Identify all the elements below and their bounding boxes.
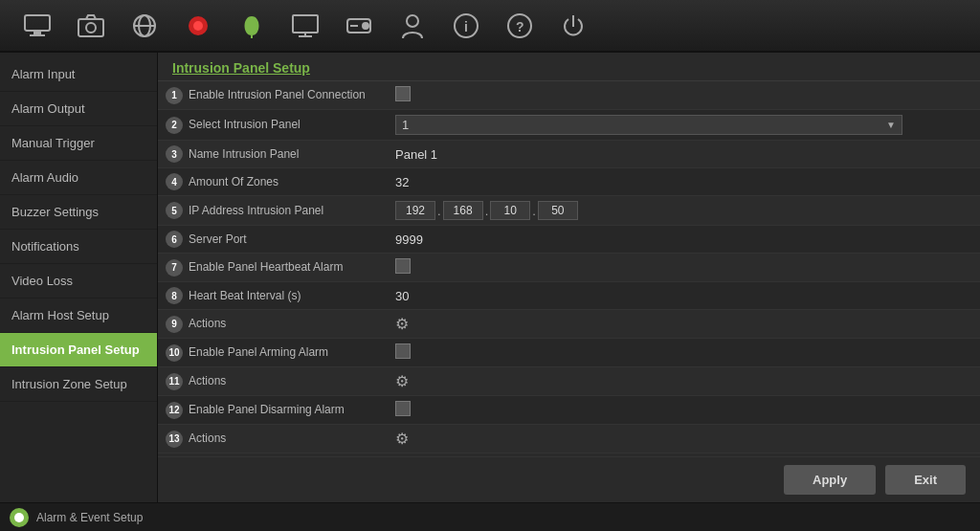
sidebar-item-alarm-input[interactable]: Alarm Input (0, 57, 157, 92)
sidebar-item-intrusion-panel-setup[interactable]: Intrusion Panel Setup (0, 333, 157, 367)
row-label: Enable Intrusion Panel Connection (189, 88, 366, 101)
row-number: 13 (166, 431, 183, 448)
text-value: 30 (395, 289, 409, 303)
record-icon[interactable] (180, 8, 216, 44)
gear-icon[interactable]: ⚙ (395, 431, 409, 447)
ip-separator: . (485, 204, 489, 218)
row-label: IP Address Intrusion Panel (189, 204, 323, 217)
svg-point-23 (14, 513, 24, 522)
svg-point-9 (193, 21, 203, 31)
row-number: 11 (166, 373, 183, 390)
camera-icon[interactable] (73, 8, 109, 44)
table-row: 5IP Address Intrusion Panel192 .168 .10 … (158, 196, 980, 226)
settings-table-wrapper: 1Enable Intrusion Panel Connection2Selec… (158, 81, 980, 456)
leaf-icon[interactable] (234, 8, 270, 44)
chevron-down-icon: ▼ (886, 120, 896, 130)
row-label: Actions (189, 317, 226, 330)
checkbox[interactable] (395, 86, 411, 101)
power-icon[interactable] (555, 8, 591, 44)
info-icon[interactable]: i (448, 8, 484, 44)
row-value (388, 339, 980, 367)
svg-point-15 (363, 23, 368, 29)
bottom-alarm-icon (10, 508, 29, 527)
gear-icon[interactable]: ⚙ (395, 373, 409, 389)
network-icon[interactable] (126, 8, 163, 44)
row-number: 10 (166, 344, 183, 362)
text-value: 9999 (395, 232, 423, 247)
svg-rect-2 (30, 34, 45, 36)
monitor-icon[interactable] (19, 8, 56, 44)
row-value: 192 .168 .10 .50 (388, 196, 980, 226)
ip-octet-2[interactable]: 168 (443, 201, 483, 220)
sidebar-item-alarm-output[interactable]: Alarm Output (0, 92, 157, 126)
checkbox[interactable] (395, 401, 411, 416)
sidebar-item-alarm-audio[interactable]: Alarm Audio (0, 161, 157, 195)
ip-separator: . (437, 204, 441, 218)
ip-octet-3[interactable]: 10 (490, 201, 530, 220)
row-label: Name Intrusion Panel (189, 147, 299, 161)
table-row: 12Enable Panel Disarming Alarm (158, 396, 980, 425)
row-value: 1▼ (388, 110, 980, 141)
ip-octet-1[interactable]: 192 (395, 201, 435, 220)
table-row: 11Actions⚙ (158, 367, 980, 396)
ip-address-field[interactable]: 192 .168 .10 .50 (395, 201, 972, 220)
exit-button[interactable]: Exit (885, 465, 966, 495)
row-number: 6 (166, 231, 183, 248)
content-title: Intrusion Panel Setup (158, 53, 980, 81)
row-label: Actions (189, 431, 226, 445)
row-label: Heart Beat Interval (s) (189, 289, 301, 302)
text-value: Panel 1 (395, 147, 437, 162)
table-row: 10Enable Panel Arming Alarm (158, 339, 980, 367)
ip-octet-4[interactable]: 50 (538, 201, 578, 220)
hdd-icon[interactable] (341, 8, 377, 44)
sidebar-item-notifications[interactable]: Notifications (0, 230, 157, 264)
svg-point-17 (407, 15, 418, 27)
row-number: 5 (166, 202, 183, 219)
row-value (388, 254, 980, 282)
text-value: 32 (395, 175, 409, 189)
table-row: 6Server Port9999 (158, 226, 980, 254)
sidebar-item-manual-trigger[interactable]: Manual Trigger (0, 126, 157, 161)
row-value: 9999 (388, 226, 980, 254)
gear-icon[interactable]: ⚙ (395, 316, 409, 332)
sidebar-item-alarm-host-setup[interactable]: Alarm Host Setup (0, 299, 157, 333)
table-row: 13Actions⚙ (158, 425, 980, 454)
row-value (388, 81, 980, 110)
row-number: 7 (166, 259, 183, 277)
sidebar-item-intrusion-zone-setup[interactable]: Intrusion Zone Setup (0, 367, 157, 402)
dropdown[interactable]: 1▼ (395, 115, 902, 135)
table-row: 8Heart Beat Interval (s)30 (158, 282, 980, 310)
sidebar-item-buzzer-settings[interactable]: Buzzer Settings (0, 195, 157, 230)
apply-button[interactable]: Apply (784, 465, 876, 495)
row-label: Enable Panel Arming Alarm (189, 345, 328, 359)
content-area: Intrusion Panel Setup 1Enable Intrusion … (158, 53, 980, 502)
display-icon[interactable] (287, 8, 323, 44)
row-label: Server Port (189, 232, 247, 246)
checkbox[interactable] (395, 343, 411, 359)
svg-rect-0 (25, 15, 50, 31)
row-number: 12 (166, 402, 183, 419)
row-value: 30 (388, 282, 980, 310)
help-icon[interactable]: ? (501, 8, 538, 44)
table-row: 3Name Intrusion PanelPanel 1 (158, 141, 980, 168)
row-value: ⚙ (388, 367, 980, 396)
sidebar: Alarm Input Alarm Output Manual Trigger … (0, 53, 158, 502)
row-number: 8 (166, 287, 183, 304)
top-nav: i ? (0, 0, 980, 53)
row-value: ⚙ (388, 310, 980, 339)
ip-separator: . (532, 204, 536, 218)
table-row: 7Enable Panel Heartbeat Alarm (158, 254, 980, 282)
bottom-bar: Alarm & Event Setup (0, 502, 980, 531)
table-row: 2Select Intrusion Panel1▼ (158, 110, 980, 141)
checkbox[interactable] (395, 258, 411, 274)
user-icon[interactable] (394, 8, 431, 44)
table-row: 9Actions⚙ (158, 310, 980, 339)
row-number: 3 (166, 145, 183, 163)
row-value: 32 (388, 168, 980, 196)
svg-rect-11 (293, 15, 318, 33)
sidebar-item-video-loss[interactable]: Video Loss (0, 264, 157, 299)
settings-table: 1Enable Intrusion Panel Connection2Selec… (158, 81, 980, 454)
svg-rect-1 (33, 31, 41, 34)
row-number: 9 (166, 316, 183, 333)
row-number: 2 (166, 117, 183, 134)
